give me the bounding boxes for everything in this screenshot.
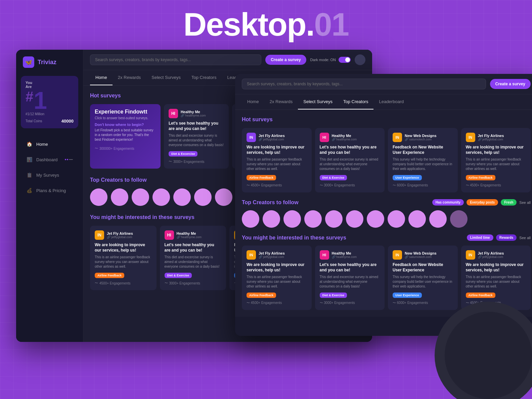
second-tab-2x[interactable]: 2x Rewards bbox=[264, 94, 298, 109]
int-jet-tag: Airline Feedback bbox=[95, 273, 124, 278]
second-creators-row bbox=[242, 210, 531, 228]
second-card-2-header: HI Healthy Me 🔗 healthyme.com bbox=[320, 133, 380, 142]
second-card-2-desc: This diet and excercise survey is aimed … bbox=[320, 157, 380, 171]
second-content: Hot surveys IN Jet Fly Airlines 🔗 jetfly… bbox=[235, 110, 532, 317]
second-tab-home[interactable]: Home bbox=[242, 94, 264, 109]
healthy-me-tag: Diet & Excercise bbox=[169, 151, 198, 157]
second-creator-8[interactable] bbox=[388, 210, 405, 228]
dashboard-dots bbox=[65, 159, 73, 160]
second-int-card-2[interactable]: HI Healthy Me 🔗 healthyme.com Let's see … bbox=[315, 246, 385, 310]
create-survey-button[interactable]: Create a survey bbox=[265, 55, 306, 65]
second-card-4[interactable]: IN Jet Fly Airlines 🔗 jetflyglobal.com W… bbox=[461, 128, 531, 192]
second-creator-5[interactable] bbox=[325, 210, 343, 228]
healthy-me-icon: HI bbox=[169, 109, 178, 118]
second-app-window: Create a survey Home 2x Rewards Select S… bbox=[235, 74, 532, 336]
creator-avatar-5[interactable] bbox=[173, 188, 191, 206]
second-card-3-header: IN New Web Designs 🔗 saturnotech.com bbox=[393, 133, 453, 142]
sidebar-item-home[interactable]: 🏠 Home bbox=[19, 137, 80, 151]
second-card-3[interactable]: IN New Web Designs 🔗 saturnotech.com Fee… bbox=[388, 128, 458, 192]
search-input[interactable] bbox=[90, 54, 261, 65]
sidebar-surveys-label: My Surveys bbox=[36, 173, 59, 178]
survey-card-healthy-me[interactable]: HI Healthy Me 🔗 healthyme.com Let's see … bbox=[164, 104, 229, 169]
second-creator-7[interactable] bbox=[367, 210, 384, 228]
creator-avatar-7[interactable] bbox=[215, 188, 232, 206]
second-card-1-desc: This is an airline passenger feedback su… bbox=[247, 157, 307, 171]
tab-top-creators[interactable]: Top Creators bbox=[186, 70, 222, 85]
sidebar-item-dashboard[interactable]: 📊 Dashboard bbox=[19, 152, 80, 167]
second-tab-leaderboard[interactable]: Leaderboard bbox=[373, 94, 409, 109]
second-card-4-header: IN Jet Fly Airlines 🔗 jetflyglobal.com bbox=[466, 133, 526, 142]
wave-icon: 〜 bbox=[169, 159, 172, 164]
second-creator-1[interactable] bbox=[242, 210, 259, 228]
creator-avatar-6[interactable] bbox=[194, 188, 212, 206]
second-creators-badges: Has community Everyday posts Fresh See a… bbox=[432, 199, 531, 206]
second-int-card-3[interactable]: IN New Web Designs 🔗 saturnotech.com Fee… bbox=[388, 246, 458, 310]
wave-icon: 〜 bbox=[165, 281, 168, 285]
coins-value: 40000 bbox=[61, 119, 74, 124]
second-creator-3[interactable] bbox=[283, 210, 301, 228]
dark-mode-toggle: Dark mode: ON bbox=[310, 57, 351, 63]
page-title: Desktop.01 bbox=[0, 6, 532, 43]
int-jet-icon: IN bbox=[95, 230, 104, 240]
second-card-3-tag: User Experience bbox=[393, 175, 422, 180]
second-hot-header: Hot surveys bbox=[242, 117, 531, 123]
sidebar-item-my-surveys[interactable]: 📋 My Surveys bbox=[19, 168, 80, 182]
second-tab-select[interactable]: Select Surveys bbox=[298, 94, 338, 109]
second-see-all-interested[interactable]: See all bbox=[519, 236, 531, 240]
int-healthy-desc: This diet and excercise survey is aimed … bbox=[165, 255, 222, 269]
tab-2x-rewards[interactable]: 2x Rewards bbox=[113, 70, 146, 85]
int-healthy-icon: HI bbox=[165, 230, 174, 240]
card-header-1: HI Healthy Me 🔗 healthyme.com bbox=[169, 109, 224, 118]
second-int-card-4[interactable]: IN Jet Fly Airlines 🔗 jetflyglobal.com W… bbox=[461, 246, 531, 310]
second-card-2[interactable]: HI Healthy Me 🔗 healthyme.com Let's see … bbox=[315, 128, 385, 192]
second-creator-6[interactable] bbox=[346, 210, 363, 228]
second-card-1[interactable]: IN Jet Fly Airlines 🔗 jetflyglobal.com W… bbox=[242, 128, 312, 192]
tab-home[interactable]: Home bbox=[90, 70, 113, 85]
second-search-input[interactable] bbox=[242, 79, 486, 89]
second-int-limited-badge: Limited time bbox=[467, 234, 493, 241]
toggle-knob bbox=[345, 57, 350, 62]
toggle-switch[interactable] bbox=[339, 57, 351, 63]
second-community-badge: Has community bbox=[432, 199, 464, 206]
dark-circle-inner bbox=[445, 312, 532, 399]
surveys-icon: 📋 bbox=[26, 172, 32, 178]
creator-avatar-4[interactable] bbox=[152, 188, 170, 206]
featured-subtitle: Click to answer best-suited surveys. bbox=[95, 116, 156, 120]
second-card-4-engagements: 〜 4500+ Engagements bbox=[466, 183, 526, 188]
creator-avatar-2[interactable] bbox=[111, 188, 128, 206]
second-card-1-tag: Airline Feedback bbox=[247, 175, 276, 180]
second-nav-tabs: Home 2x Rewards Select Surveys Top Creat… bbox=[235, 94, 532, 110]
second-creator-9[interactable] bbox=[408, 210, 426, 228]
second-interested-row: IN Jet Fly Airlines 🔗 jetflyglobal.com W… bbox=[242, 246, 531, 310]
second-card-4-title: We are looking to improve our services, … bbox=[466, 145, 526, 155]
creator-avatar-1[interactable] bbox=[90, 188, 107, 206]
second-creator-4[interactable] bbox=[304, 210, 322, 228]
second-card-3-engagements: 〜 6000+ Engagements bbox=[393, 183, 453, 188]
healthy-me-title: Let's see how healthy you are and you ca… bbox=[169, 121, 224, 131]
int-jet-brand: Jet Fly Airlines 🔗 jetflyglobal.com bbox=[107, 231, 133, 239]
sidebar-item-plans[interactable]: 💰 Plans & Pricing bbox=[19, 183, 80, 197]
creator-avatar-3[interactable] bbox=[132, 188, 149, 206]
second-create-btn[interactable]: Create a survey bbox=[490, 79, 531, 89]
tab-select-surveys[interactable]: Select Surveys bbox=[146, 70, 186, 85]
si-card-2-icon: HI bbox=[320, 250, 329, 260]
second-card-3-title: Feedback on New Website User Experience bbox=[393, 145, 453, 155]
brand-name: Triviaz bbox=[38, 59, 56, 66]
featured-survey-card[interactable]: Experience Findowtt Click to answer best… bbox=[90, 104, 161, 169]
second-see-all-creators[interactable]: See all bbox=[519, 201, 531, 205]
second-card-3-icon: IN bbox=[393, 133, 402, 142]
second-creator-10[interactable] bbox=[429, 210, 447, 228]
second-card-2-title: Let's see how healthy you are and you ca… bbox=[320, 145, 380, 155]
healthy-me-desc: This diet and excercise survey is aimed … bbox=[169, 133, 224, 147]
int-jet-desc: This is an airline passenger feedback su… bbox=[95, 255, 152, 269]
int-jet-title: We are looking to improve our services, … bbox=[95, 242, 152, 253]
rank-hashtag: # bbox=[26, 89, 33, 105]
second-creator-2[interactable] bbox=[263, 210, 280, 228]
interested-card-2[interactable]: HI Healthy Me 🔗 healthyme.com Let's see … bbox=[160, 226, 226, 290]
second-int-card-1[interactable]: IN Jet Fly Airlines 🔗 jetflyglobal.com W… bbox=[242, 246, 312, 310]
interested-card-1[interactable]: IN Jet Fly Airlines 🔗 jetflyglobal.com W… bbox=[90, 226, 157, 290]
rank-number: 1 bbox=[34, 88, 47, 113]
second-creator-11[interactable] bbox=[450, 210, 468, 228]
si-card-1-icon: IN bbox=[247, 250, 256, 260]
second-tab-creators[interactable]: Top Creators bbox=[338, 94, 373, 109]
